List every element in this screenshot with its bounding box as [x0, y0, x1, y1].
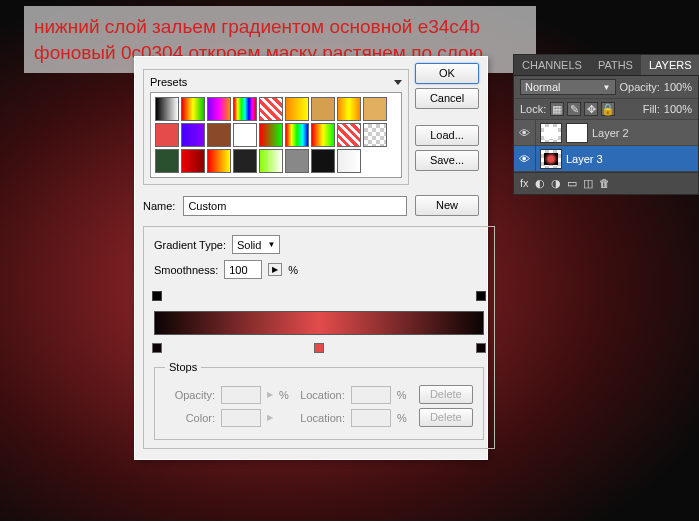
opacity-stop-right[interactable]: [476, 291, 486, 301]
trash-icon[interactable]: 🗑: [599, 177, 610, 190]
percent-label: %: [288, 264, 298, 276]
preset-swatch[interactable]: [207, 149, 231, 173]
ok-button[interactable]: OK: [415, 63, 479, 84]
fx-icon[interactable]: fx: [520, 177, 529, 190]
delete-color-stop-button: Delete: [419, 408, 473, 427]
stop-opacity-label: Opacity:: [165, 389, 215, 401]
blend-mode-value: Normal: [525, 81, 560, 93]
load-button[interactable]: Load...: [415, 125, 479, 146]
preset-swatch[interactable]: [363, 97, 387, 121]
tab-channels[interactable]: CHANNELS: [514, 55, 590, 75]
preset-swatch[interactable]: [259, 97, 283, 121]
preset-swatch[interactable]: [285, 149, 309, 173]
gradient-type-label: Gradient Type:: [154, 239, 226, 251]
preset-swatch[interactable]: [337, 123, 361, 147]
preset-swatch[interactable]: [337, 149, 361, 173]
preset-swatch[interactable]: [233, 97, 257, 121]
gradient-bar[interactable]: [154, 311, 484, 335]
new-layer-icon[interactable]: ◫: [583, 177, 593, 190]
tab-layers[interactable]: LAYERS: [641, 55, 699, 75]
visibility-icon[interactable]: 👁: [514, 120, 536, 145]
group-icon[interactable]: ▭: [567, 177, 577, 190]
preset-swatch[interactable]: [233, 123, 257, 147]
lock-label: Lock:: [520, 103, 546, 115]
stop-location-label: Location:: [295, 389, 345, 401]
preset-swatch[interactable]: [181, 97, 205, 121]
color-stop-right[interactable]: [476, 343, 486, 353]
preset-swatch[interactable]: [363, 123, 387, 147]
preset-swatch[interactable]: [259, 123, 283, 147]
gradient-type-value: Solid: [237, 239, 261, 251]
gradient-editor-dialog: Presets OK Cancel Load... Save... Name: …: [134, 56, 488, 460]
smoothness-input[interactable]: [224, 260, 262, 279]
layers-panel: CHANNELS PATHS LAYERS Normal▼ Opacity: 1…: [513, 54, 699, 195]
preset-swatch[interactable]: [233, 149, 257, 173]
save-button[interactable]: Save...: [415, 150, 479, 171]
preset-swatch[interactable]: [181, 149, 205, 173]
percent-label: %: [279, 389, 289, 401]
percent-label: %: [397, 389, 407, 401]
preset-swatch[interactable]: [155, 97, 179, 121]
preset-swatch[interactable]: [285, 123, 309, 147]
preset-swatch[interactable]: [259, 149, 283, 173]
preset-swatch[interactable]: [181, 123, 205, 147]
presets-label: Presets: [150, 76, 187, 88]
stop-location-label-2: Location:: [295, 412, 345, 424]
presets-menu-icon[interactable]: [394, 80, 402, 85]
preset-swatch[interactable]: [311, 123, 335, 147]
opacity-stop-left[interactable]: [152, 291, 162, 301]
preset-swatch[interactable]: [337, 97, 361, 121]
stops-label: Stops: [165, 361, 201, 373]
stop-location-input: [351, 386, 391, 404]
preset-swatch[interactable]: [207, 97, 231, 121]
name-input[interactable]: [183, 196, 407, 216]
layer-mask-thumb[interactable]: [566, 123, 588, 143]
layer-name: Layer 3: [566, 153, 603, 165]
visibility-icon[interactable]: 👁: [514, 146, 536, 171]
layer-row[interactable]: 👁 Layer 2: [514, 120, 698, 146]
layer-list: 👁 Layer 2👁 Layer 3: [514, 120, 698, 172]
color-stop-mid[interactable]: [314, 343, 324, 353]
cancel-button[interactable]: Cancel: [415, 88, 479, 109]
opacity-label: Opacity:: [620, 81, 660, 93]
smoothness-stepper-icon[interactable]: ▶: [268, 263, 282, 276]
preset-swatch[interactable]: [155, 123, 179, 147]
lock-position-icon[interactable]: ✥: [584, 102, 598, 116]
fill-value[interactable]: 100%: [664, 103, 692, 115]
preset-swatch[interactable]: [155, 149, 179, 173]
gradient-settings-group: Gradient Type: Solid ▼ Smoothness: ▶ %: [143, 226, 495, 449]
layer-name: Layer 2: [592, 127, 629, 139]
stop-color-swatch: [221, 409, 261, 427]
color-stop-left[interactable]: [152, 343, 162, 353]
preset-swatch[interactable]: [311, 149, 335, 173]
gradient-type-select[interactable]: Solid ▼: [232, 235, 280, 254]
adjustment-icon[interactable]: ◑: [551, 177, 561, 190]
layer-row[interactable]: 👁 Layer 3: [514, 146, 698, 172]
preset-swatch[interactable]: [207, 123, 231, 147]
tab-paths[interactable]: PATHS: [590, 55, 641, 75]
preset-swatch[interactable]: [311, 97, 335, 121]
fill-label: Fill:: [643, 103, 660, 115]
preset-swatch[interactable]: [285, 97, 309, 121]
stop-color-label: Color:: [165, 412, 215, 424]
preset-swatch-grid[interactable]: [150, 92, 402, 178]
presets-group: Presets: [143, 69, 409, 185]
percent-label: %: [397, 412, 407, 424]
layer-thumb[interactable]: [540, 123, 562, 143]
lock-transparency-icon[interactable]: ▦: [550, 102, 564, 116]
mask-icon[interactable]: ◐: [535, 177, 545, 190]
opacity-value[interactable]: 100%: [664, 81, 692, 93]
delete-opacity-stop-button: Delete: [419, 385, 473, 404]
layer-thumb[interactable]: [540, 149, 562, 169]
blend-mode-select[interactable]: Normal▼: [520, 79, 616, 95]
stop-location-input-2: [351, 409, 391, 427]
name-label: Name:: [143, 200, 175, 212]
smoothness-label: Smoothness:: [154, 264, 218, 276]
stop-opacity-input: [221, 386, 261, 404]
lock-pixels-icon[interactable]: ✎: [567, 102, 581, 116]
new-button[interactable]: New: [415, 195, 479, 216]
lock-all-icon[interactable]: 🔒: [601, 102, 615, 116]
stops-group: Stops Opacity: ▶ % Location: % Delete Co…: [154, 361, 484, 440]
